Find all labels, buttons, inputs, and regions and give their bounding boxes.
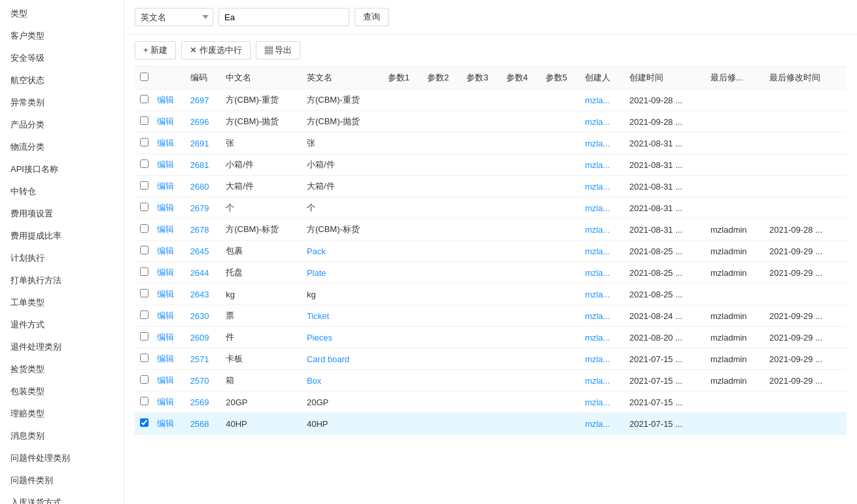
row-checkbox[interactable] [140, 203, 149, 211]
sidebar-item-packaging-type[interactable]: 包装类型 [0, 380, 124, 403]
edit-button[interactable]: 编辑 [157, 203, 174, 212]
sidebar-item-inbound-delivery-method[interactable]: 入库送货方式 [0, 492, 124, 504]
creator-link[interactable]: mzla... [585, 203, 610, 213]
sidebar-item-logistics-category[interactable]: 物流分类 [0, 136, 124, 158]
code-link[interactable]: 2630 [190, 311, 209, 321]
search-input[interactable] [219, 8, 349, 26]
row-checkbox[interactable] [140, 311, 149, 319]
creator-link[interactable]: mzla... [585, 268, 610, 278]
row-checkbox-cell [135, 413, 153, 435]
sidebar-item-fee-settings[interactable]: 费用项设置 [0, 203, 124, 225]
code-link[interactable]: 2570 [190, 376, 209, 386]
edit-button[interactable]: 编辑 [157, 160, 174, 169]
code-link[interactable]: 2569 [190, 397, 209, 407]
row-checkbox[interactable] [140, 418, 149, 427]
sidebar-item-indemnity-type[interactable]: 理赔类型 [0, 403, 124, 425]
code-link[interactable]: 2697 [190, 95, 209, 105]
creator-link[interactable]: mzla... [585, 397, 610, 407]
code-link[interactable]: 2678 [190, 225, 209, 235]
creator-link[interactable]: mzla... [585, 333, 610, 343]
row-creator: mzla... [581, 90, 625, 111]
new-button[interactable]: + 新建 [135, 41, 176, 59]
creator-link[interactable]: mzla... [585, 311, 610, 321]
row-checkbox[interactable] [140, 289, 149, 297]
row-checkbox[interactable] [140, 267, 149, 276]
code-link[interactable]: 2680 [190, 182, 209, 192]
creator-link[interactable]: mzla... [585, 246, 610, 256]
edit-button[interactable]: 编辑 [157, 224, 174, 234]
row-checkbox[interactable] [140, 160, 149, 168]
code-link[interactable]: 2571 [190, 354, 209, 364]
creator-link[interactable]: mzla... [585, 419, 610, 429]
creator-link[interactable]: mzla... [585, 139, 610, 148]
code-link[interactable]: 2645 [190, 246, 209, 256]
code-link[interactable]: 2644 [190, 268, 209, 278]
row-param5 [542, 370, 581, 392]
edit-button[interactable]: 编辑 [157, 95, 174, 105]
creator-link[interactable]: mzla... [585, 95, 610, 105]
row-checkbox[interactable] [140, 138, 149, 146]
edit-button[interactable]: 编辑 [157, 354, 174, 363]
discard-button[interactable]: ✕ 作废选中行 [181, 41, 251, 59]
sidebar-item-issue-processing-type[interactable]: 问题件处理类别 [0, 447, 124, 469]
code-link[interactable]: 2568 [190, 419, 209, 429]
sidebar-item-security-level[interactable]: 安全等级 [0, 47, 124, 69]
creator-link[interactable]: mzla... [585, 182, 610, 192]
sidebar-item-message-category[interactable]: 消息类别 [0, 425, 124, 447]
edit-button[interactable]: 编辑 [157, 267, 174, 277]
sidebar-item-pickup-type[interactable]: 捡货类型 [0, 358, 124, 380]
sidebar-item-order-execution-method[interactable]: 打单执行方法 [0, 269, 124, 292]
row-edit-cell: 编辑 [153, 219, 186, 241]
sidebar-item-return-processing-type[interactable]: 退件处理类别 [0, 336, 124, 358]
sidebar-item-flight-status[interactable]: 航空状态 [0, 69, 124, 92]
code-link[interactable]: 2691 [190, 139, 209, 148]
row-create-time: 2021-07-15 ... [625, 348, 707, 370]
code-link[interactable]: 2696 [190, 117, 209, 127]
search-field-select[interactable]: 英文名中文名编码 [135, 8, 213, 26]
sidebar-item-exception-category[interactable]: 异常类别 [0, 92, 124, 114]
sidebar-item-transit-warehouse[interactable]: 中转仓 [0, 180, 124, 203]
row-checkbox[interactable] [140, 181, 149, 190]
code-link[interactable]: 2679 [190, 203, 209, 213]
row-checkbox[interactable] [140, 354, 149, 362]
edit-button[interactable]: 编辑 [157, 311, 174, 320]
edit-button[interactable]: 编辑 [157, 289, 174, 299]
creator-link[interactable]: mzla... [585, 117, 610, 127]
sidebar-item-customer-type[interactable]: 客户类型 [0, 25, 124, 47]
row-checkbox[interactable] [140, 116, 149, 125]
edit-button[interactable]: 编辑 [157, 138, 174, 148]
edit-button[interactable]: 编辑 [157, 375, 174, 385]
row-checkbox[interactable] [140, 397, 149, 405]
row-checkbox[interactable] [140, 375, 149, 384]
sidebar-item-plan-execution[interactable]: 计划执行 [0, 247, 124, 269]
sidebar-item-issue-type[interactable]: 问题件类别 [0, 469, 124, 492]
code-link[interactable]: 2681 [190, 160, 209, 170]
row-checkbox[interactable] [140, 224, 149, 233]
row-checkbox[interactable] [140, 95, 149, 103]
edit-button[interactable]: 编辑 [157, 397, 174, 407]
edit-button[interactable]: 编辑 [157, 418, 174, 428]
creator-link[interactable]: mzla... [585, 290, 610, 299]
creator-link[interactable]: mzla... [585, 160, 610, 170]
select-all-checkbox[interactable] [140, 73, 149, 81]
query-button[interactable]: 查询 [355, 8, 389, 26]
creator-link[interactable]: mzla... [585, 225, 610, 235]
sidebar-item-work-order-type[interactable]: 工单类型 [0, 292, 124, 314]
row-chinese-name: 方(CBM)-重货 [222, 90, 303, 111]
creator-link[interactable]: mzla... [585, 376, 610, 386]
sidebar-item-return-method[interactable]: 退件方式 [0, 314, 124, 336]
edit-button[interactable]: 编辑 [157, 246, 174, 256]
edit-button[interactable]: 编辑 [157, 116, 174, 126]
sidebar-item-product-category[interactable]: 产品分类 [0, 114, 124, 136]
sidebar-item-category-type[interactable]: 类型 [0, 3, 124, 25]
export-button[interactable]: ▦ 导出 [256, 41, 301, 59]
edit-button[interactable]: 编辑 [157, 181, 174, 191]
creator-link[interactable]: mzla... [585, 354, 610, 364]
code-link[interactable]: 2643 [190, 290, 209, 299]
code-link[interactable]: 2609 [190, 333, 209, 343]
row-checkbox[interactable] [140, 332, 149, 341]
sidebar-item-fee-cost-ratio[interactable]: 费用提成比率 [0, 225, 124, 247]
row-checkbox[interactable] [140, 246, 149, 254]
sidebar-item-api-interface-name[interactable]: API接口名称 [0, 158, 124, 180]
edit-button[interactable]: 编辑 [157, 332, 174, 342]
